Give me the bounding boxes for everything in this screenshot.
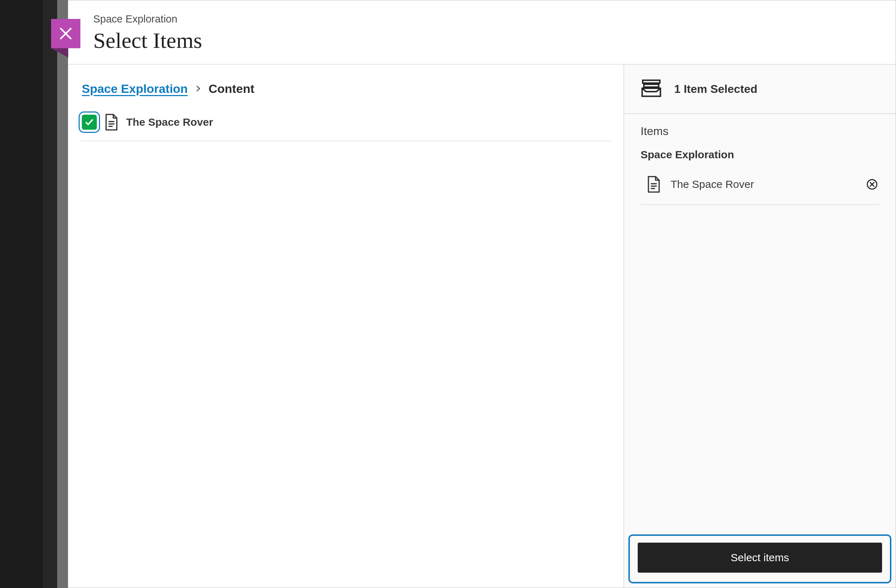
remove-icon [866,178,878,190]
background-shade-overlay [43,0,71,588]
close-button[interactable] [51,19,81,48]
close-icon [58,26,73,41]
select-items-modal: Space Exploration Select Items Space Exp… [68,0,896,588]
selected-item-row: The Space Rover [640,171,879,205]
remove-item-button[interactable] [865,177,879,192]
selection-list: Items Space Exploration The Space Rover [624,114,896,532]
selection-footer: Select items [629,535,891,583]
tray-icon [640,77,663,101]
chevron-right-icon [194,83,202,95]
selection-group-label: Space Exploration [640,149,879,161]
modal-context: Space Exploration [93,13,874,25]
select-items-button[interactable]: Select items [638,542,882,573]
selection-panel: 1 Item Selected Items Space Exploration [624,65,896,588]
modal-header: Space Exploration Select Items [68,0,896,65]
modal-body: Space Exploration Content [68,65,896,588]
app-nav-rail [0,0,43,588]
breadcrumb: Space Exploration Content [81,82,611,96]
content-browser-panel: Space Exploration Content [68,65,624,588]
breadcrumb-current: Content [209,82,254,96]
selection-summary: 1 Item Selected [624,65,896,114]
check-icon [85,117,94,127]
selection-count-text: 1 Item Selected [674,82,757,96]
content-item-name: The Space Rover [126,116,213,128]
document-icon [646,174,662,194]
document-icon [103,112,120,132]
breadcrumb-root-link[interactable]: Space Exploration [82,82,188,96]
modal-title: Select Items [93,28,874,53]
items-heading: Items [640,125,879,138]
svg-rect-6 [644,84,659,87]
svg-rect-5 [643,81,660,83]
content-item-row[interactable]: The Space Rover [81,107,611,142]
selected-item-name: The Space Rover [670,178,865,190]
item-checkbox[interactable] [82,115,97,129]
